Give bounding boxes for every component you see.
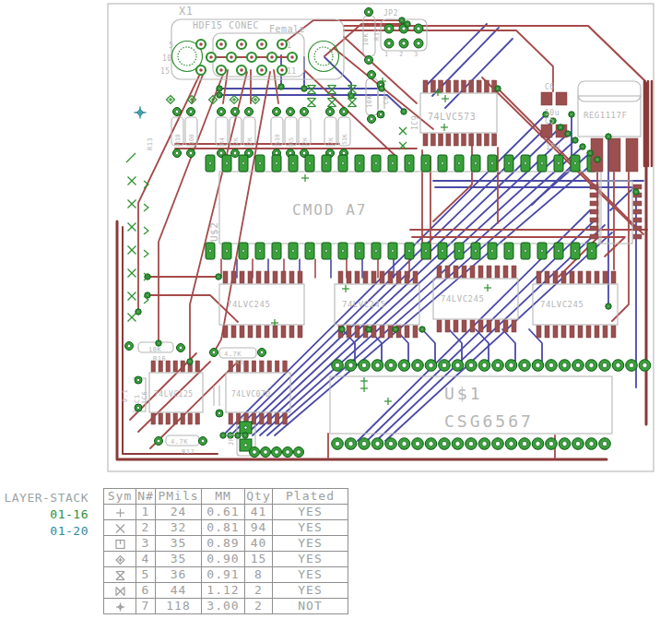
smd-pad[interactable]	[289, 326, 294, 338]
smd-pad[interactable]	[256, 271, 261, 283]
smd-pad[interactable]	[553, 326, 558, 338]
smd-pad[interactable]	[388, 326, 393, 338]
smd-pad[interactable]	[298, 271, 302, 283]
smd-pad[interactable]	[244, 361, 249, 372]
smd-pad[interactable]	[371, 271, 376, 283]
smd-pad[interactable]	[446, 80, 451, 92]
smd-pad[interactable]	[445, 320, 450, 332]
smd-pad[interactable]	[338, 271, 343, 283]
pads-and-vias[interactable]	[125, 8, 651, 458]
smd-pad[interactable]	[611, 271, 616, 283]
smd-pad[interactable]	[248, 326, 253, 338]
smd-pad[interactable]	[470, 266, 475, 278]
trace-bottom[interactable]	[424, 24, 487, 88]
smd-pad[interactable]	[423, 134, 428, 146]
smd-pad[interactable]	[181, 413, 185, 424]
trace-bottom[interactable]	[502, 329, 515, 363]
trace-top[interactable]	[147, 295, 238, 322]
trace-top[interactable]	[433, 134, 472, 221]
smd-pad[interactable]	[439, 80, 443, 92]
smd-pad[interactable]	[437, 266, 442, 278]
trace-bottom[interactable]	[253, 140, 575, 435]
smd-pad[interactable]	[586, 271, 591, 283]
smd-pad[interactable]	[405, 271, 409, 283]
smd-pad[interactable]	[603, 271, 607, 283]
smd-pad[interactable]	[396, 271, 401, 283]
smd-pad[interactable]	[437, 320, 442, 332]
trace-top[interactable]	[274, 70, 278, 103]
smd-pad[interactable]	[355, 326, 360, 338]
smd-pad[interactable]	[595, 326, 599, 338]
drill-table[interactable]: SymN#PMilsMMQtyPlated1240.6141YES2320.81…	[103, 488, 348, 614]
smd-pad[interactable]	[355, 271, 360, 283]
smd-pad[interactable]	[223, 271, 228, 283]
smd-pad[interactable]	[289, 271, 294, 283]
smd-pad[interactable]	[454, 266, 458, 278]
smd-pad[interactable]	[195, 413, 200, 424]
smd-pad[interactable]	[240, 271, 244, 283]
smd-pad[interactable]	[570, 271, 574, 283]
smd-pad[interactable]	[439, 134, 443, 146]
mounting-hole[interactable]	[309, 42, 339, 72]
board-drawing[interactable]: R18100R42K2K510R52K2K51KX1HDF15 CONECFem…	[0, 0, 672, 482]
smd-pad[interactable]	[512, 266, 516, 278]
smd-pad[interactable]	[223, 326, 228, 338]
smd-pad[interactable]	[166, 413, 171, 424]
smd-pad[interactable]	[462, 320, 466, 332]
smd-pad[interactable]	[275, 413, 279, 424]
smd-pad[interactable]	[595, 271, 599, 283]
smd-pad[interactable]	[281, 326, 286, 338]
smd-pad[interactable]	[283, 413, 288, 424]
smd-pad[interactable]	[454, 134, 458, 146]
pcb-editor-canvas[interactable]: R18100R42K2K510R52K2K51KX1HDF15 CONECFem…	[0, 0, 672, 619]
smd-pad[interactable]	[561, 271, 566, 283]
smd-pad[interactable]	[477, 80, 481, 92]
smd-pad[interactable]	[265, 326, 269, 338]
smd-pad[interactable]	[173, 413, 178, 424]
smd-pad[interactable]	[423, 80, 428, 92]
smd-pad[interactable]	[275, 361, 279, 372]
smd-pad[interactable]	[229, 413, 233, 424]
smd-pad[interactable]	[495, 266, 500, 278]
smd-pad[interactable]	[484, 134, 489, 146]
reg-pad[interactable]	[608, 138, 620, 172]
smd-pad[interactable]	[561, 326, 566, 338]
trace-bottom[interactable]	[422, 329, 435, 363]
smd-pad[interactable]	[260, 361, 265, 372]
smd-pad[interactable]	[159, 413, 163, 424]
smd-pad[interactable]	[173, 361, 178, 372]
smd-pad[interactable]	[430, 134, 435, 146]
smd-pad[interactable]	[503, 320, 508, 332]
smd-pad[interactable]	[487, 266, 491, 278]
smd-pad[interactable]	[195, 361, 200, 372]
smd-pad[interactable]	[231, 271, 236, 283]
trace-bottom[interactable]	[449, 329, 462, 363]
smd-pad[interactable]	[388, 271, 393, 283]
smd-pad[interactable]	[413, 271, 418, 283]
smd-pad[interactable]	[545, 271, 549, 283]
smd-pad[interactable]	[265, 271, 269, 283]
smd-pad[interactable]	[371, 326, 376, 338]
smd-pad[interactable]	[252, 361, 256, 372]
smd-pad[interactable]	[166, 361, 171, 372]
smd-pad[interactable]	[470, 320, 475, 332]
smd-pad[interactable]	[413, 326, 418, 338]
smd-pad[interactable]	[380, 326, 384, 338]
smd-pad[interactable]	[462, 80, 466, 92]
component-vertical-soic[interactable]	[599, 181, 632, 244]
smd-pad[interactable]	[229, 361, 233, 372]
smd-pad[interactable]	[151, 413, 156, 424]
smd-pad[interactable]	[536, 326, 541, 338]
smd-pad[interactable]	[283, 361, 288, 372]
smd-pad[interactable]	[273, 326, 277, 338]
smd-pad[interactable]	[267, 413, 272, 424]
smd-pad[interactable]	[553, 271, 558, 283]
smd-pad[interactable]	[484, 80, 489, 92]
smd-pad[interactable]	[446, 134, 451, 146]
smd-pad[interactable]	[512, 320, 516, 332]
smd-pad[interactable]	[454, 80, 458, 92]
smd-pad[interactable]	[240, 326, 244, 338]
smd-pad[interactable]	[462, 266, 466, 278]
smd-pad[interactable]	[188, 413, 193, 424]
smd-pad[interactable]	[570, 326, 574, 338]
